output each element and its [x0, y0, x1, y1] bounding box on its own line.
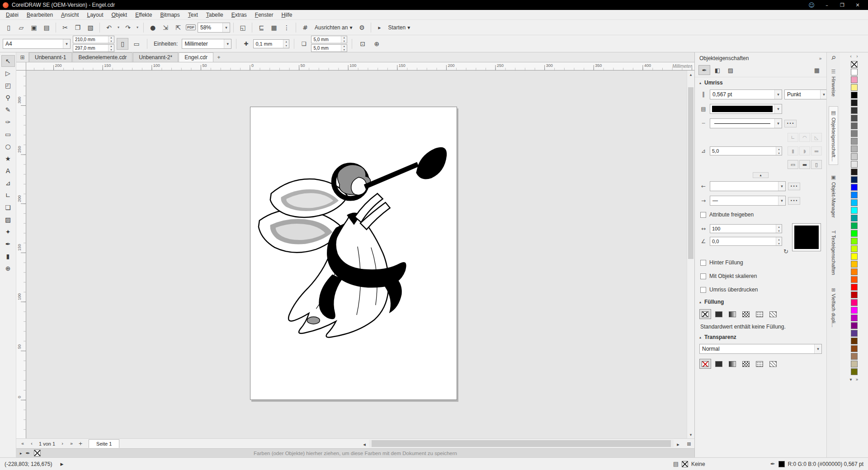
new-document-button[interactable]: ▯ — [3, 22, 14, 33]
palette-color-swatch[interactable] — [851, 161, 858, 168]
zoom-level-combobox[interactable]: 58% ▾ — [198, 23, 230, 33]
extended-cap-button[interactable]: ▬ — [811, 146, 822, 155]
chevron-down-icon[interactable]: ▾ — [63, 39, 70, 48]
palette-color-swatch[interactable] — [851, 230, 858, 237]
start-arrowhead-combobox[interactable]: ▾ — [710, 181, 786, 191]
chevron-down-icon[interactable]: ▾ — [820, 90, 826, 99]
cut-button[interactable]: ✂ — [59, 22, 71, 33]
navigator-button[interactable]: ⊞ — [684, 439, 693, 448]
menu-item[interactable]: Extras — [227, 10, 251, 19]
undo-button[interactable]: ↶ — [103, 22, 115, 33]
show-guidelines-button[interactable]: ⋮ — [281, 22, 292, 33]
horizontal-scrollbar[interactable]: ◂ ▸ — [360, 440, 683, 447]
palette-color-swatch[interactable] — [851, 199, 858, 206]
miter-limit-field[interactable]: 5,0 ▴▾ — [710, 146, 782, 155]
postscript-fill-button[interactable] — [767, 309, 779, 319]
chevron-down-icon[interactable]: ▾ — [814, 344, 821, 353]
drop-shadow-tool[interactable]: ❏ — [1, 202, 15, 213]
shape-tool[interactable]: ▷ — [1, 67, 15, 79]
minimize-button[interactable]: – — [819, 0, 835, 10]
chevron-down-icon[interactable]: ▾ — [774, 90, 782, 99]
v-ruler[interactable]: 300250200150100500 — [16, 70, 26, 438]
copy-button[interactable]: ❐ — [72, 22, 84, 33]
print-button[interactable]: ▤ — [41, 22, 52, 33]
angle-field[interactable]: 0,0 ▴▾ — [710, 237, 782, 246]
uniform-transparency-button[interactable] — [713, 359, 725, 369]
page-width-field[interactable]: 210,0 mm ▴▾ — [73, 36, 114, 43]
artistic-media-tool[interactable]: ✑ — [1, 116, 15, 128]
vertical-scrollbar[interactable]: ▴ ▾ — [687, 70, 694, 438]
menu-item[interactable]: Bitmaps — [156, 10, 184, 19]
add-tools-button[interactable]: ⊕ — [1, 263, 15, 274]
show-grid-button[interactable]: ▦ — [268, 22, 280, 33]
portrait-button[interactable]: ▯ — [117, 38, 128, 50]
palette-color-swatch[interactable] — [851, 276, 858, 283]
import-button[interactable]: ⇲ — [160, 22, 171, 33]
h-ruler[interactable]: Millimeter 20015010050050100150200250300… — [26, 62, 694, 70]
vertical-scroll-track[interactable] — [687, 78, 694, 431]
menu-item[interactable]: Ansicht — [57, 10, 83, 19]
document-tab[interactable]: Unbenannt-1 — [29, 52, 72, 62]
docker-tab[interactable]: ▣ Objekt-Manager — [829, 171, 838, 221]
page-size-combobox[interactable]: A4 ▾ — [3, 39, 71, 49]
parallel-dimension-tool[interactable]: ⊿ — [1, 177, 15, 189]
horizontal-scroll-thumb[interactable] — [372, 440, 671, 447]
angel-artwork[interactable] — [250, 107, 457, 399]
scroll-right-button[interactable]: ▸ — [674, 440, 683, 449]
spinner[interactable]: ▴▾ — [108, 36, 114, 43]
launch-icon[interactable]: ▸ — [374, 22, 384, 33]
zoom-tool[interactable]: ⚲ — [1, 92, 15, 103]
maximize-button[interactable]: ❐ — [835, 0, 850, 10]
document-tab[interactable]: Bedienelemente.cdr — [72, 52, 132, 62]
chevron-down-icon[interactable]: ▾ — [778, 182, 785, 191]
fountain-transparency-button[interactable] — [726, 359, 738, 369]
collapse-section-icon[interactable]: ▴ — [699, 81, 701, 85]
outline-section-header[interactable]: ▴ Umriss — [695, 77, 826, 87]
palette-scroll-prev-button[interactable]: ‹ — [850, 54, 852, 59]
share-attributes-row[interactable]: Attribute freigeben — [700, 212, 821, 218]
palette-color-swatch[interactable] — [851, 122, 858, 129]
uniform-fill-button[interactable] — [713, 309, 725, 319]
palette-color-swatch[interactable] — [851, 253, 858, 260]
outline-inside-button[interactable]: ▯ — [811, 160, 822, 169]
collapse-section-icon[interactable]: ▴ — [699, 300, 701, 304]
outline-color-combobox[interactable]: ▾ — [710, 104, 782, 114]
overprint-outline-checkbox[interactable] — [700, 287, 706, 293]
scroll-down-button[interactable]: ▾ — [687, 431, 694, 438]
trumpet-tube[interactable] — [364, 162, 419, 189]
first-page-button[interactable]: « — [18, 439, 27, 448]
palette-color-swatch[interactable] — [851, 268, 858, 275]
ruler-origin-corner[interactable] — [16, 62, 26, 70]
palette-scroll-down-button[interactable]: ▾ — [849, 377, 852, 382]
fill-section-header[interactable]: ▴ Füllung — [695, 296, 826, 306]
text-tool[interactable]: A — [1, 165, 15, 177]
palette-color-swatch[interactable] — [851, 169, 858, 175]
outline-outside-button[interactable]: ▭ — [788, 160, 798, 169]
page-height-field[interactable]: 297,0 mm ▴▾ — [73, 44, 114, 52]
undo-dropdown-icon[interactable]: ▾ — [116, 22, 121, 33]
duplicate-distance-y-field[interactable]: 5,0 mm ▴▾ — [311, 44, 347, 52]
polygon-tool[interactable]: ★ — [1, 153, 15, 164]
start-arrowhead-options-button[interactable]: ••• — [788, 183, 800, 190]
crop-tool[interactable]: ◰ — [1, 80, 15, 91]
menu-item[interactable]: Layout — [83, 10, 107, 19]
palette-color-swatch[interactable] — [851, 207, 858, 214]
chevron-down-icon[interactable]: ▾ — [224, 39, 231, 48]
pattern-transparency-button[interactable] — [740, 359, 752, 369]
texture-fill-button[interactable] — [754, 309, 765, 319]
texture-transparency-button[interactable] — [754, 359, 765, 369]
docker-tab[interactable]: ☰ Hinweise — [829, 66, 838, 100]
palette-color-swatch[interactable] — [851, 330, 858, 337]
freehand-tool[interactable]: ✎ — [1, 104, 15, 116]
treat-as-filled-button[interactable]: ⊡ — [357, 38, 368, 50]
units-combobox[interactable]: Millimeter ▾ — [182, 39, 231, 49]
palette-color-swatch[interactable] — [851, 76, 858, 83]
palette-color-swatch[interactable] — [851, 107, 858, 114]
fill-tool[interactable]: ▮ — [1, 250, 15, 262]
palette-color-swatch[interactable] — [851, 69, 858, 75]
search-content-button[interactable]: ● — [147, 22, 159, 33]
palette-color-swatch[interactable] — [851, 146, 858, 152]
palette-color-swatch[interactable] — [851, 115, 858, 122]
chevron-down-icon[interactable]: ▾ — [774, 119, 782, 128]
outline-width-combobox[interactable]: 0,567 pt ▾ — [710, 89, 782, 99]
